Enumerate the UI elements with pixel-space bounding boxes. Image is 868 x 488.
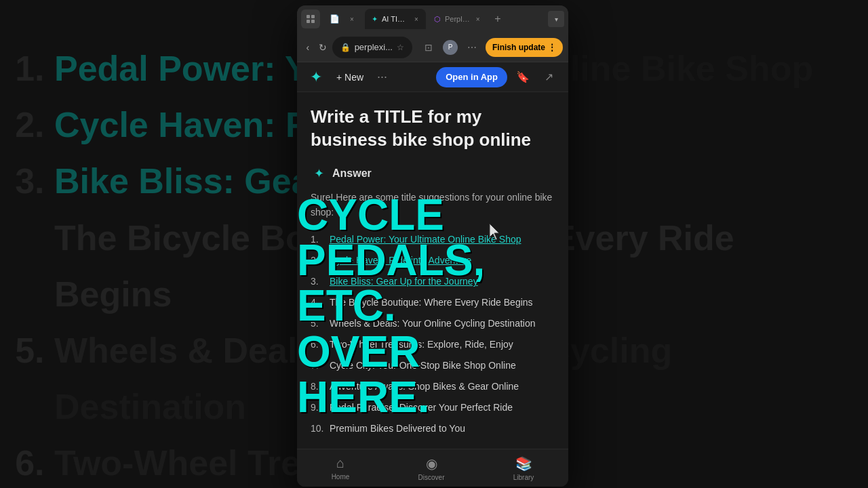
intro-text: Sure! Here are some title suggestions fo… <box>311 190 555 220</box>
star-icon[interactable]: ☆ <box>397 43 404 52</box>
answer-label: Answer <box>332 167 372 180</box>
suggestion-text-7: Cycle City: Your One-Stop Bike Shop Onli… <box>330 359 516 373</box>
lock-icon: 🔒 <box>340 43 351 52</box>
suggestion-text-5: Wheels & Deals: Your Online Cycling Dest… <box>330 317 536 331</box>
nav-icon-discover: ◉ <box>426 455 437 472</box>
nav-icon-home: ⌂ <box>336 455 344 471</box>
finish-update-button[interactable]: Finish update ⋮ <box>486 38 563 57</box>
tab3-icon: ⬡ <box>434 15 441 24</box>
suggestion-item-9: 9.Pedal Paradise: Discover Your Perfect … <box>311 397 555 418</box>
nav-icon-library: 📚 <box>515 455 532 472</box>
perplexity-toolbar: ✦ + New ··· Open in App 🔖 ↗ <box>297 62 568 92</box>
new-tab-button[interactable]: + <box>490 11 506 27</box>
nav-item-home[interactable]: ⌂Home <box>332 455 350 481</box>
query-title: Write a TITLE for my business bike shop … <box>311 106 555 152</box>
tab-3[interactable]: ⬡ Perplexity × <box>427 9 488 29</box>
answer-header: ✦ Answer <box>311 165 555 182</box>
suggestion-item-7: 7.Cycle City: Your One-Stop Bike Shop On… <box>311 355 555 376</box>
new-search-button[interactable]: + New <box>331 69 369 85</box>
suggestion-item-4: 4.The Bicycle Boutique: Where Every Ride… <box>311 292 555 313</box>
open-in-app-button[interactable]: Open in App <box>436 67 507 87</box>
suggestion-text-9: Pedal Paradise: Discover Your Perfect Ri… <box>330 401 513 415</box>
suggestion-text-1[interactable]: Pedal Power: Your Ultimate Online Bike S… <box>330 232 521 247</box>
suggestion-num-5: 5. <box>311 317 324 331</box>
tab2-close[interactable]: × <box>414 14 419 24</box>
nav-label-home: Home <box>332 473 350 481</box>
suggestion-num-6: 6. <box>311 338 324 352</box>
tab3-close[interactable]: × <box>474 14 481 24</box>
svg-rect-10 <box>311 15 315 18</box>
answer-star-icon: ✦ <box>314 166 324 181</box>
nav-label-discover: Discover <box>418 474 445 481</box>
suggestion-text-8: Adventure Awaits: Shop Bikes & Gear Onli… <box>330 380 519 394</box>
svg-rect-11 <box>307 20 310 23</box>
bookmark-button[interactable]: 🔖 <box>513 67 533 87</box>
share-button[interactable]: ↗ <box>538 67 559 87</box>
reload-button[interactable]: ↻ <box>317 38 328 57</box>
share-icons: ⊡ P ⋯ <box>419 38 481 57</box>
bottom-nav: ⌂Home◉Discover📚Library <box>297 449 568 487</box>
reader-mode-button[interactable]: ⊡ <box>419 38 438 57</box>
suggestion-num-10: 10. <box>311 422 324 436</box>
suggestion-num-7: 7. <box>311 359 324 373</box>
url-text: perplexi... <box>355 42 393 52</box>
perplexity-star-icon: ✦ <box>310 68 322 86</box>
suggestion-item-5: 5.Wheels & Deals: Your Online Cycling De… <box>311 313 555 334</box>
suggestion-num-8: 8. <box>311 380 324 394</box>
svg-rect-9 <box>307 15 310 18</box>
back-button[interactable]: ‹ <box>302 38 313 57</box>
tab-dropdown-button[interactable]: ▾ <box>548 11 564 27</box>
tab-favicon-btn[interactable] <box>301 9 320 28</box>
tab-bar: 📄 × ✦ AI TITLE FOF × ⬡ Perplexity × + ▾ <box>297 5 568 33</box>
suggestion-num-4: 4. <box>311 296 324 310</box>
perplexity-logo: ✦ <box>307 68 326 87</box>
content-area[interactable]: Write a TITLE for my business bike shop … <box>297 92 568 487</box>
finish-update-label: Finish update <box>492 43 545 52</box>
suggestion-item-8: 8.Adventure Awaits: Shop Bikes & Gear On… <box>311 376 555 397</box>
suggestion-text-2[interactable]: Cycle Haven: Ride into Adventure <box>330 253 471 268</box>
tab-2-active[interactable]: ✦ AI TITLE FOF × <box>365 9 426 29</box>
suggestion-num-2: 2. <box>311 253 324 268</box>
suggestion-text-4: The Bicycle Boutique: Where Every Ride B… <box>330 296 533 310</box>
browser-window: 📄 × ✦ AI TITLE FOF × ⬡ Perplexity × + ▾ … <box>297 5 568 487</box>
address-field[interactable]: 🔒 perplexi... ☆ <box>332 37 412 58</box>
tab3-label: Perplexity <box>445 15 470 23</box>
tab2-icon: ✦ <box>372 15 378 24</box>
tab1-close[interactable]: × <box>347 14 357 24</box>
nav-label-library: Library <box>513 474 534 481</box>
answer-icon: ✦ <box>311 165 327 182</box>
suggestion-num-3: 3. <box>311 274 324 289</box>
svg-rect-12 <box>311 20 315 23</box>
new-label: + New <box>336 72 363 83</box>
open-in-app-label: Open in App <box>446 72 498 82</box>
tab1-icon: 📄 <box>330 14 339 24</box>
suggestion-text-10: Premium Bikes Delivered to You <box>330 422 465 436</box>
suggestions-list: 1.Pedal Power: Your Ultimate Online Bike… <box>311 229 555 439</box>
suggestion-text-3[interactable]: Bike Bliss: Gear Up for the Journey <box>330 274 478 289</box>
profile-button[interactable]: P <box>441 38 460 57</box>
suggestion-item-2[interactable]: 2.Cycle Haven: Ride into Adventure <box>311 250 555 271</box>
suggestion-text-6: Two-Wheel Treasures: Explore, Ride, Enjo… <box>330 338 513 352</box>
navigation-more-button[interactable]: ⋯ <box>462 38 481 57</box>
suggestion-item-6: 6.Two-Wheel Treasures: Explore, Ride, En… <box>311 334 555 355</box>
suggestion-num-1: 1. <box>311 232 324 247</box>
toolbar-more-button[interactable]: ··· <box>377 70 387 84</box>
nav-item-library[interactable]: 📚Library <box>513 455 534 481</box>
nav-item-discover[interactable]: ◉Discover <box>418 455 445 481</box>
tab-1[interactable]: 📄 × <box>323 9 363 29</box>
suggestion-item-1[interactable]: 1.Pedal Power: Your Ultimate Online Bike… <box>311 229 555 250</box>
update-more-icon: ⋮ <box>548 43 556 52</box>
address-bar: ‹ ↻ 🔒 perplexi... ☆ ⊡ P ⋯ Finish update … <box>297 33 568 62</box>
tab2-label: AI TITLE FOF <box>382 15 410 23</box>
suggestion-num-9: 9. <box>311 401 324 415</box>
suggestion-item-10: 10.Premium Bikes Delivered to You <box>311 418 555 439</box>
suggestion-item-3[interactable]: 3.Bike Bliss: Gear Up for the Journey <box>311 271 555 292</box>
